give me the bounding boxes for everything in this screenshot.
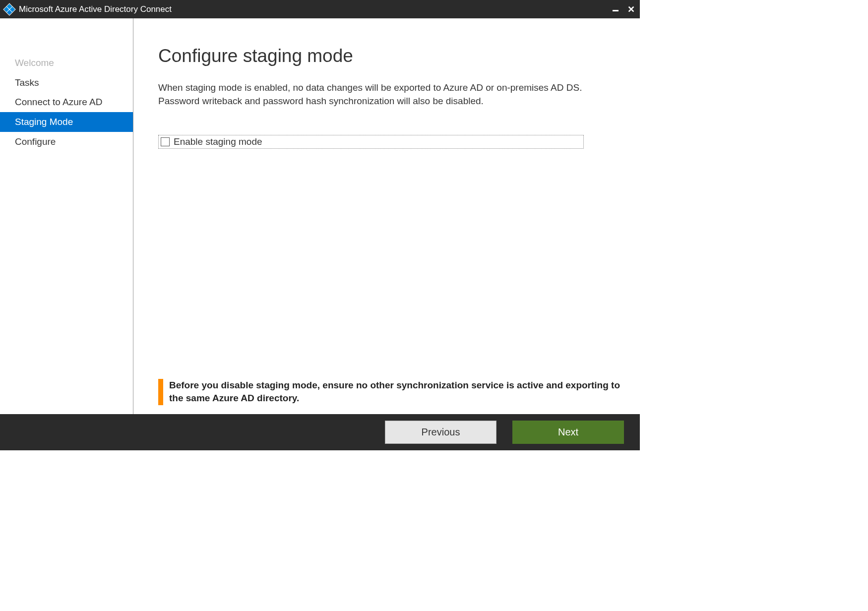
previous-button[interactable]: Previous: [385, 421, 496, 444]
sidebar-item-connect-azure-ad[interactable]: Connect to Azure AD: [0, 92, 133, 112]
main-content: Configure staging mode When staging mode…: [133, 18, 640, 414]
sidebar-item-label: Staging Mode: [15, 117, 73, 127]
titlebar: Microsoft Azure Active Directory Connect…: [0, 0, 640, 18]
sidebar-item-label: Welcome: [15, 58, 54, 68]
close-icon[interactable]: ✕: [627, 5, 635, 14]
enable-staging-checkbox[interactable]: [161, 137, 170, 146]
window-title: Microsoft Azure Active Directory Connect: [19, 4, 613, 14]
warning-stripe-icon: [158, 379, 163, 405]
page-title: Configure staging mode: [158, 46, 615, 66]
sidebar-item-label: Connect to Azure AD: [15, 97, 102, 107]
enable-staging-label[interactable]: Enable staging mode: [174, 136, 262, 147]
sidebar-item-welcome[interactable]: Welcome: [0, 53, 133, 73]
footer: Previous Next: [0, 414, 640, 450]
enable-staging-checkbox-row[interactable]: Enable staging mode: [158, 135, 584, 149]
sidebar-item-staging-mode[interactable]: Staging Mode: [0, 112, 133, 132]
warning-message: Before you disable staging mode, ensure …: [169, 379, 625, 405]
body-area: Welcome Tasks Connect to Azure AD Stagin…: [0, 18, 640, 414]
page-description: When staging mode is enabled, no data ch…: [158, 81, 585, 108]
sidebar-item-label: Tasks: [15, 77, 39, 88]
next-button[interactable]: Next: [512, 421, 624, 444]
app-icon: [3, 3, 15, 15]
sidebar-item-tasks[interactable]: Tasks: [0, 73, 133, 93]
window-controls: ✕: [613, 5, 635, 14]
warning-bar: Before you disable staging mode, ensure …: [158, 379, 625, 405]
sidebar-item-label: Configure: [15, 136, 56, 147]
sidebar: Welcome Tasks Connect to Azure AD Stagin…: [0, 18, 133, 414]
minimize-icon[interactable]: [613, 10, 619, 11]
sidebar-item-configure[interactable]: Configure: [0, 132, 133, 152]
